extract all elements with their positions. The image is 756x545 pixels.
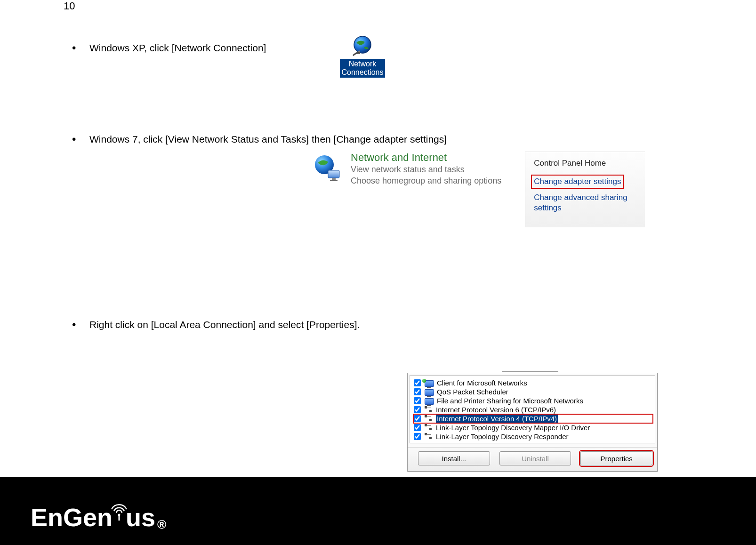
network-item-label: QoS Packet Scheduler	[437, 388, 508, 396]
protocol-icon	[425, 433, 433, 441]
network-item-row[interactable]: Link-Layer Topology Discovery Responder	[414, 432, 653, 441]
logo-right: us	[126, 503, 155, 532]
network-item-label: Link-Layer Topology Discovery Responder	[436, 433, 569, 441]
control-panel-sidebar: Control Panel Home Change adapter settin…	[525, 152, 645, 227]
footer-bar: EnGen us®	[0, 477, 756, 545]
protocol-icon	[425, 406, 433, 414]
change-advanced-sharing-link[interactable]: Change advanced sharing settings	[534, 192, 637, 213]
network-item-row[interactable]: Internet Protocol Version 6 (TCP/IPv6)	[414, 405, 653, 414]
nc-label-line2: Connections	[342, 68, 384, 76]
properties-buttons-row: Install... Uninstall Properties	[408, 447, 657, 471]
protocol-icon	[425, 415, 433, 423]
network-internet-text: Network and Internet View network status…	[351, 152, 501, 186]
network-item-label: Link-Layer Topology Discovery Mapper I/O…	[436, 424, 590, 432]
nc-label-line1: Network	[349, 60, 377, 68]
network-item-row[interactable]: File and Printer Sharing for Microsoft N…	[414, 396, 653, 405]
network-item-label: Internet Protocol Version 6 (TCP/IPv6)	[436, 406, 556, 414]
service-icon	[425, 389, 434, 396]
bullet-win7: Windows 7, click [View Network Status an…	[64, 134, 676, 145]
engenius-logo: EnGen us®	[31, 494, 166, 532]
logo-left: EnGen	[31, 503, 113, 532]
service-icon	[425, 380, 434, 387]
bullet-rightclick-text: Right click on [Local Area Connection] a…	[89, 319, 360, 330]
network-items-list[interactable]: Client for Microsoft NetworksQoS Packet …	[410, 375, 655, 443]
network-internet-icon	[313, 154, 342, 184]
network-item-checkbox[interactable]	[414, 388, 421, 395]
network-connections-label: Network Connections	[340, 59, 386, 78]
svg-rect-4	[330, 180, 338, 181]
connection-properties-panel: Client for Microsoft NetworksQoS Packet …	[407, 373, 658, 472]
change-adapter-settings-link[interactable]: Change adapter settings	[531, 175, 624, 189]
win7-panels: Network and Internet View network status…	[313, 152, 645, 227]
network-item-label: File and Printer Sharing for Microsoft N…	[437, 397, 583, 405]
network-item-checkbox[interactable]	[414, 415, 421, 422]
network-item-checkbox[interactable]	[414, 379, 421, 386]
network-item-label: Client for Microsoft Networks	[437, 379, 527, 387]
network-item-checkbox[interactable]	[414, 433, 421, 440]
panel-notch	[502, 371, 558, 372]
service-icon	[425, 398, 434, 405]
network-connections-icon-block: Network Connections	[339, 34, 386, 78]
network-internet-link2[interactable]: Choose homegroup and sharing options	[351, 175, 501, 186]
svg-rect-2	[328, 170, 339, 178]
network-item-row[interactable]: QoS Packet Scheduler	[414, 387, 653, 396]
network-internet-heading[interactable]: Network and Internet	[351, 152, 501, 164]
network-item-checkbox[interactable]	[414, 397, 421, 404]
network-item-row[interactable]: Client for Microsoft Networks	[414, 378, 653, 387]
bullet-win7-text: Windows 7, click [View Network Status an…	[89, 134, 447, 144]
network-item-row[interactable]: Link-Layer Topology Discovery Mapper I/O…	[414, 423, 653, 432]
network-internet-block: Network and Internet View network status…	[313, 152, 501, 186]
globe-icon	[351, 34, 374, 58]
protocol-icon	[425, 424, 433, 432]
network-item-checkbox[interactable]	[414, 424, 421, 431]
bullet-rightclick: Right click on [Local Area Connection] a…	[64, 319, 676, 330]
install-button[interactable]: Install...	[418, 451, 490, 465]
uninstall-button[interactable]: Uninstall	[499, 451, 571, 465]
network-item-label: Internet Protocol Version 4 (TCP/IPv4)	[436, 415, 558, 423]
network-internet-link1[interactable]: View network status and tasks	[351, 164, 501, 175]
network-item-row[interactable]: Internet Protocol Version 4 (TCP/IPv4)	[414, 414, 653, 423]
network-item-checkbox[interactable]	[414, 406, 421, 413]
svg-rect-3	[332, 178, 336, 180]
registered-mark: ®	[157, 517, 166, 532]
properties-button[interactable]: Properties	[580, 451, 652, 465]
control-panel-home-label: Control Panel Home	[534, 159, 637, 168]
bullet-xp-text: Windows XP, click [Network Connection]	[89, 42, 266, 53]
svg-point-0	[354, 36, 371, 53]
page-number: 10	[64, 0, 75, 12]
